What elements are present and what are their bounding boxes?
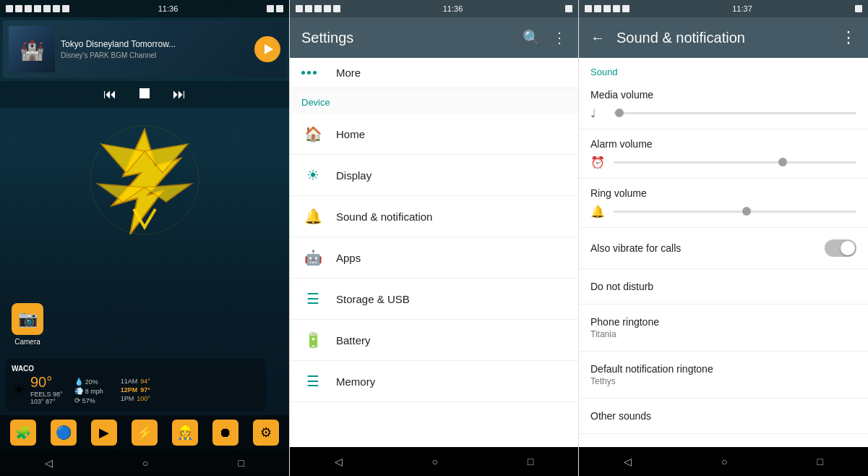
dot-1 — [301, 71, 305, 75]
status-signal-icon — [276, 5, 283, 12]
forecast-time-1: 11AM — [121, 378, 138, 385]
display-icon: ☀ — [301, 166, 325, 184]
dock-app-pokemon[interactable]: ⚡ — [132, 420, 158, 446]
pokemon-logo-svg — [87, 122, 202, 238]
settings-search-icon[interactable]: 🔍 — [523, 29, 541, 46]
nav-back-button-p3[interactable]: ◁ — [624, 456, 632, 467]
cast-item[interactable]: Cast — [579, 434, 868, 447]
nav-back-button-p2[interactable]: ◁ — [335, 456, 343, 467]
media-volume-slider[interactable] — [614, 112, 856, 114]
battery-icon: 🔋 — [301, 331, 325, 349]
settings-item-battery[interactable]: 🔋 Battery — [290, 320, 578, 361]
camera-app-icon[interactable]: 📷 Camera — [12, 303, 43, 346]
settings-header: Settings 🔍 ⋮ — [290, 17, 578, 58]
s2-icon-3 — [314, 5, 322, 12]
more-dots-icon — [301, 71, 325, 75]
more-label: More — [336, 67, 361, 79]
status-icons-left-p3 — [585, 5, 629, 12]
alarm-volume-slider[interactable] — [614, 161, 856, 163]
alarm-slider-fill — [614, 161, 783, 163]
weather-city: WACO — [12, 365, 63, 373]
sound-back-button[interactable]: ← — [590, 30, 605, 46]
status-bar-panel2: 11:36 — [290, 0, 578, 17]
settings-more-icon[interactable]: ⋮ — [552, 29, 567, 46]
phone-ringtone-label: Phone ringtone — [590, 316, 856, 328]
dock-apps-row: 🧩 🔵 ▶ ⚡ 👷 ⏺ ⚙ — [0, 415, 289, 450]
nav-recents-button-p2[interactable]: □ — [528, 456, 533, 467]
sound-more-icon[interactable]: ⋮ — [841, 28, 856, 47]
dock-app-1[interactable]: 🧩 — [10, 420, 36, 446]
other-sounds-item[interactable]: Other sounds — [579, 399, 868, 434]
display-label: Display — [336, 169, 371, 182]
storage-icon: ☰ — [301, 290, 325, 307]
ring-volume-item[interactable]: Ring volume 🔔 — [579, 179, 868, 228]
dock-app-minion[interactable]: 👷 — [172, 420, 198, 446]
stop-icon — [139, 88, 150, 98]
dock-app-settings[interactable]: ⚙ — [253, 420, 279, 446]
dock-app-play[interactable]: ▶ — [91, 420, 117, 446]
svg-marker-0 — [112, 129, 181, 234]
settings-item-sound[interactable]: 🔔 Sound & notification — [290, 196, 578, 237]
nav-back-button[interactable]: ◁ — [45, 457, 53, 469]
status-icons-right-p2 — [565, 5, 572, 12]
weather-wind: 8 mph — [85, 388, 103, 395]
settings-list: More Device 🏠 Home ☀ Display 🔔 Sound & n… — [290, 58, 578, 447]
forecast-time-3: 1PM — [121, 395, 134, 402]
weather-humidity: 20% — [85, 378, 98, 386]
weather-sun-icon: ☀ — [12, 380, 27, 400]
music-prev-button[interactable]: ⏮ — [103, 87, 116, 102]
settings-item-home[interactable]: 🏠 Home — [290, 114, 578, 155]
dot-2 — [307, 71, 311, 75]
nav-recents-button[interactable]: □ — [239, 457, 244, 469]
status-icon-6 — [53, 5, 60, 12]
weather-widget[interactable]: WACO ☀ 90° FEELS 98° 103° 87° 💧 20% 💨 8 … — [6, 359, 266, 411]
status-time-panel3: 11:37 — [732, 4, 752, 13]
alarm-volume-item[interactable]: Alarm volume ⏰ — [579, 129, 868, 179]
vibrate-calls-item[interactable]: Also vibrate for calls — [579, 228, 868, 269]
media-volume-item[interactable]: Media volume ♩ — [579, 80, 868, 129]
home-label: Home — [336, 128, 365, 140]
dock-app-chrome[interactable]: 🔵 — [51, 420, 77, 446]
music-player-card[interactable]: Tokyo Disneyland Tomorrow... Disney's PA… — [3, 20, 286, 78]
other-sounds-label: Other sounds — [590, 410, 856, 422]
settings-item-display[interactable]: ☀ Display — [290, 155, 578, 196]
weather-range: 103° 87° — [30, 398, 63, 405]
music-info: Tokyo Disneyland Tomorrow... Disney's PA… — [61, 39, 249, 60]
do-not-disturb-label: Do not disturb — [590, 281, 856, 292]
s3-icon-4 — [613, 5, 620, 12]
vibrate-calls-toggle[interactable] — [825, 239, 856, 257]
status-icon-7 — [62, 5, 69, 12]
nav-home-button-p3[interactable]: ○ — [721, 456, 727, 467]
nav-recents-button-p3[interactable]: □ — [817, 456, 823, 467]
settings-item-more[interactable]: More — [290, 58, 578, 88]
memory-label: Memory — [336, 375, 375, 388]
ring-volume-slider[interactable] — [614, 211, 856, 213]
status-icon-1 — [6, 5, 13, 12]
notification-ringtone-item[interactable]: Default notification ringtone Tethys — [579, 352, 868, 399]
s3-battery — [855, 5, 862, 12]
do-not-disturb-item[interactable]: Do not disturb — [579, 269, 868, 305]
sound-section-label: Sound — [590, 67, 618, 77]
settings-item-storage[interactable]: ☰ Storage & USB — [290, 279, 578, 320]
dock-app-music[interactable]: ⏺ — [212, 420, 239, 446]
status-icons-left — [6, 5, 69, 12]
settings-item-memory[interactable]: ☰ Memory — [290, 361, 578, 402]
camera-icon[interactable]: 📷 — [12, 303, 43, 335]
status-icon-5 — [43, 5, 51, 12]
nav-bar-panel2: ◁ ○ □ — [290, 447, 578, 476]
weather-wind-pct: 57% — [82, 397, 95, 404]
s3-icon-3 — [603, 5, 611, 12]
nav-home-button[interactable]: ○ — [142, 457, 148, 469]
alarm-volume-icon: ⏰ — [590, 156, 605, 169]
music-stop-button[interactable] — [139, 87, 150, 102]
s3-icon-2 — [594, 5, 601, 12]
music-play-button[interactable] — [254, 36, 280, 62]
settings-item-apps[interactable]: 🤖 Apps — [290, 237, 578, 279]
toggle-knob — [841, 241, 855, 255]
phone-ringtone-item[interactable]: Phone ringtone Titania — [579, 305, 868, 352]
forecast-temp-1: 94° — [140, 378, 150, 385]
ring-slider-thumb — [742, 207, 751, 216]
sound-label: Sound & notification — [336, 211, 432, 223]
nav-home-button-p2[interactable]: ○ — [432, 456, 438, 467]
music-next-button[interactable]: ⏭ — [173, 87, 186, 102]
